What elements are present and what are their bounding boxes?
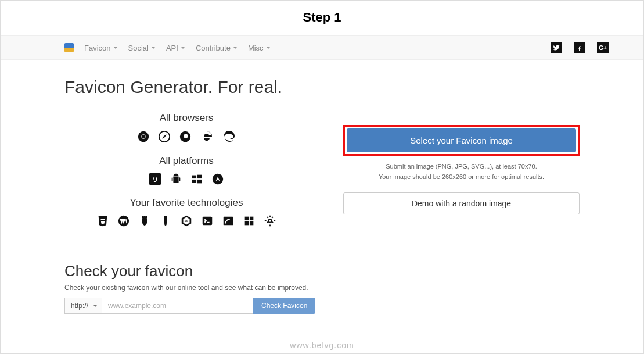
svg-text:JS: JS (185, 219, 189, 223)
step-title: Step 1 (1, 1, 643, 35)
demo-button[interactable]: Demo with a random image (343, 192, 580, 214)
check-form: http:// Check Favicon (64, 298, 580, 314)
nodejs-icon: JS (180, 214, 193, 227)
wordpress-icon (117, 214, 130, 227)
check-sub: Check your existing favicon with our onl… (64, 284, 580, 292)
svg-rect-20 (245, 217, 249, 220)
svg-rect-11 (192, 176, 196, 179)
rails-icon (222, 214, 235, 227)
chevron-down-icon (151, 47, 156, 49)
navbar: Favicon Social API Contribute Misc G+ (1, 35, 643, 60)
chrome-icon (137, 130, 150, 143)
cli-icon (201, 214, 214, 227)
platforms-icons: 9 (64, 173, 308, 185)
edge-icon (222, 130, 236, 144)
svg-point-2 (142, 135, 145, 138)
android-icon (170, 173, 182, 185)
chevron-down-icon (266, 47, 271, 49)
browsers-heading: All browsers (64, 112, 308, 124)
chevron-down-icon (181, 47, 185, 49)
svg-rect-12 (197, 175, 202, 178)
hint-line-2: Your image should be 260x260 or more for… (343, 172, 580, 183)
url-input[interactable] (102, 298, 253, 314)
nav-favicon[interactable]: Favicon (84, 44, 118, 52)
nav-contribute[interactable]: Contribute (196, 44, 238, 52)
select-button-highlight: Select your Favicon image (343, 125, 580, 156)
html5-icon (96, 214, 109, 227)
nav-misc[interactable]: Misc (248, 44, 271, 52)
svg-rect-23 (250, 221, 253, 225)
facebook-icon[interactable] (574, 42, 585, 53)
platforms-heading: All platforms (64, 155, 308, 167)
svg-rect-13 (192, 180, 196, 183)
googleplus-icon[interactable]: G+ (597, 42, 609, 53)
chevron-down-icon (233, 47, 238, 49)
macos-icon (211, 173, 224, 185)
page-title: Favicon Generator. For real. (64, 77, 580, 97)
technologies-heading: Your favorite technologies (64, 197, 308, 209)
svg-rect-18 (203, 217, 213, 226)
gear-icon (264, 214, 276, 227)
logo-icon[interactable] (64, 43, 74, 52)
svg-rect-6 (173, 177, 178, 183)
hint-line-1: Submit an image (PNG, JPG, SVG...), at l… (343, 162, 580, 172)
svg-rect-14 (197, 180, 202, 183)
svg-rect-22 (245, 221, 249, 225)
svg-point-24 (268, 219, 272, 223)
scheme-select[interactable]: http:// (64, 298, 102, 314)
microsoft-icon (243, 214, 256, 227)
ios-icon: 9 (149, 173, 161, 185)
ie-icon (200, 130, 214, 144)
svg-rect-9 (172, 177, 173, 181)
check-heading: Check your favicon (64, 262, 580, 280)
firefox-icon (179, 130, 192, 143)
browsers-icons (64, 130, 308, 144)
safari-icon (158, 130, 171, 143)
gulp-icon (159, 214, 172, 227)
nav-social[interactable]: Social (128, 44, 156, 52)
svg-rect-10 (179, 177, 181, 181)
windows-icon (190, 173, 203, 185)
svg-rect-21 (250, 217, 253, 220)
nav-api[interactable]: API (166, 44, 185, 52)
svg-rect-19 (224, 217, 233, 226)
twitter-icon[interactable] (551, 42, 562, 53)
grunt-icon (138, 214, 151, 227)
technologies-icons: JS (64, 214, 308, 227)
chevron-down-icon (113, 47, 118, 49)
svg-point-5 (184, 134, 188, 138)
check-favicon-button[interactable]: Check Favicon (253, 298, 315, 314)
select-favicon-button[interactable]: Select your Favicon image (347, 128, 576, 152)
watermark: www.belvg.com (1, 341, 643, 350)
